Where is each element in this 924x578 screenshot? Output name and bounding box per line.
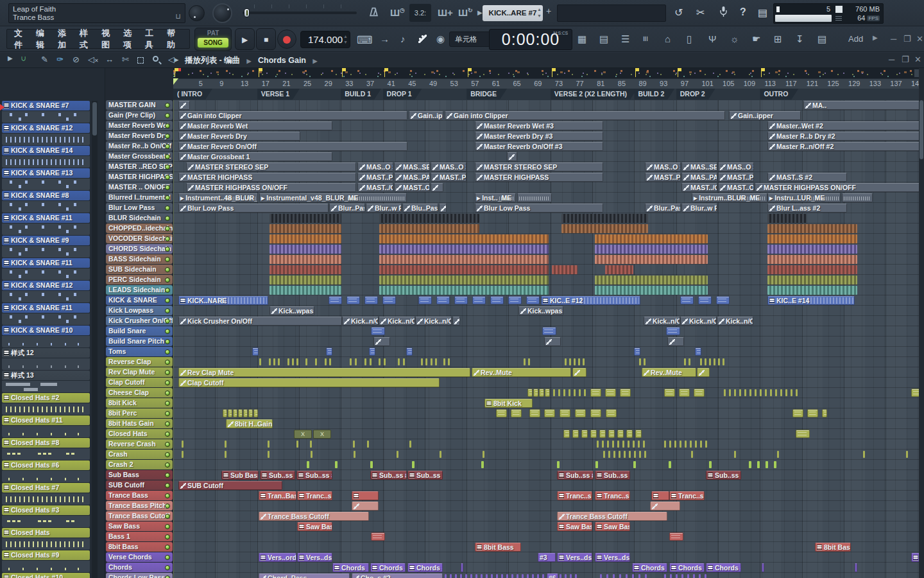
track-enable-led[interactable] [165,401,170,406]
pattern-card[interactable]: Closed Hats #6 [2,460,90,482]
countdown-button[interactable]: 3.2: [409,4,431,22]
timeline-marker[interactable]: BUILD 1 [341,89,381,100]
playlist-clip[interactable] [767,286,857,295]
pattern-card-title[interactable]: Closed Hats [2,528,90,538]
menu-item-3[interactable]: 添加 [55,28,76,51]
note-tick[interactable] [906,451,908,458]
playlist-clip[interactable]: Kick..n/Off [680,317,717,326]
note-tick[interactable] [486,574,488,578]
track-header[interactable]: Saw Bass [106,521,173,531]
track-enable-led[interactable] [165,216,170,221]
note-tick[interactable] [709,358,711,365]
note-tick[interactable] [626,574,628,578]
track-header[interactable]: Trance Bass Cutoff [106,511,173,521]
playlist-clip[interactable] [533,389,538,397]
pattern-card-title[interactable]: KICK & SNARE #12 [2,123,90,133]
track-enable-led[interactable] [165,360,170,365]
playlist-clip[interactable]: X [313,430,331,439]
note-tick[interactable] [644,358,646,365]
save-preset-icon[interactable]: ▤ [817,33,826,45]
pat-song-toggle[interactable]: PAT SONG [194,28,232,51]
pattern-card-title[interactable]: Closed Hats #3 [2,505,90,515]
playlist-clip[interactable]: MAS..PASS [681,173,717,182]
note-tick[interactable] [765,389,767,396]
track-enable-led[interactable] [165,247,170,252]
playlist-clip[interactable]: Vers..ds #2 [297,553,332,562]
plugin-picker-icon[interactable]: ▯ [687,33,692,45]
note-tick[interactable] [278,358,280,365]
note-tick[interactable] [470,574,472,578]
menu-item-6[interactable]: 选项 [120,28,142,51]
playlist-clip[interactable]: Blur Low Pass [178,204,329,213]
playlist-clip[interactable] [792,409,803,417]
note-tick[interactable] [506,574,508,578]
note-tick[interactable] [575,574,577,578]
playlist-clip[interactable]: MASTER HIGHPASS [475,173,603,182]
playlist-clip[interactable] [575,409,586,417]
pattern-card-title[interactable]: KICK & SNARE #9 [2,236,90,245]
playlist-clip[interactable]: Kick..n/Off [342,317,379,326]
playlist-clip[interactable]: 8bit Kick [484,399,533,408]
playlist-clip[interactable] [233,409,237,417]
track-header[interactable]: Crash 2 [106,460,173,469]
save-icon[interactable]: ▤ [758,6,767,19]
playlist-clip[interactable] [608,430,615,438]
playlist-clip[interactable] [822,409,827,417]
playlist-clip[interactable] [572,368,586,377]
note-tick[interactable] [734,389,736,396]
note-tick[interactable] [705,358,706,365]
note-tick[interactable] [379,358,381,365]
note-tick[interactable] [354,451,355,458]
note-tick[interactable] [639,358,641,365]
playlist-clip[interactable]: Vers..ds # [911,553,919,562]
note-tick[interactable] [685,441,687,448]
slice-tool-icon[interactable]: ✄ [122,55,129,64]
playlist-clip[interactable] [379,265,479,274]
playlist-clip[interactable] [767,245,857,254]
track-enable-led[interactable] [165,329,170,334]
note-tick[interactable] [602,441,604,448]
playlist-clip[interactable]: X [294,430,312,439]
playlist-clip[interactable]: Chord..Pass [259,574,350,578]
playlist-clip[interactable] [626,430,633,438]
playlist-clip[interactable]: ▸ Inst.._ME [475,193,516,202]
playlist-clip[interactable]: Chords #3 [407,563,443,572]
playlist-clip[interactable] [238,409,243,417]
track-header[interactable]: SUB Sidechain [106,265,173,274]
playlist-clip[interactable]: MAST..S #2 [767,173,847,182]
note-tick[interactable] [496,574,498,578]
playlist-clip[interactable] [454,296,468,304]
track-enable-led[interactable] [165,545,170,550]
playlist-clip[interactable] [605,265,633,274]
playlist-close-button[interactable]: ✕ [914,55,921,64]
playlist-clip[interactable]: Chords #4 [669,563,705,572]
playlist-clip[interactable] [595,234,708,243]
note-tick[interactable] [766,461,768,468]
playlist-clip[interactable] [178,101,190,110]
playhead-marker[interactable] [173,78,178,90]
track-enable-led[interactable] [165,308,170,313]
note-tick[interactable] [624,451,626,458]
note-tick[interactable] [311,451,312,458]
multilink-knob-icon[interactable]: ◉ [436,33,445,45]
playlist-clip[interactable] [542,327,556,335]
playlist-clip[interactable] [695,347,701,356]
note-tick[interactable] [749,389,751,396]
note-tick[interactable] [465,574,467,578]
note-tick[interactable] [744,389,746,396]
note-tick[interactable] [669,441,671,448]
timeline-marker[interactable]: ( INTRO [173,89,212,100]
playlist-clip[interactable] [664,389,675,397]
note-tick[interactable] [734,451,736,458]
playlist-clip[interactable] [590,430,597,438]
note-tick[interactable] [269,358,271,365]
pattern-card-title[interactable]: KICK & SNARE #14 [2,146,90,155]
playlist-clip[interactable] [590,389,601,397]
track-header[interactable]: MASTER ..REO SEP [106,162,173,171]
note-tick[interactable] [690,441,692,448]
note-tick[interactable] [863,451,865,458]
note-tick[interactable] [628,441,629,448]
playlist-clip[interactable]: MASTER HIGHPASS [178,173,356,182]
note-tick[interactable] [739,389,741,396]
playlist-clip[interactable]: Saw Bass [595,522,630,531]
